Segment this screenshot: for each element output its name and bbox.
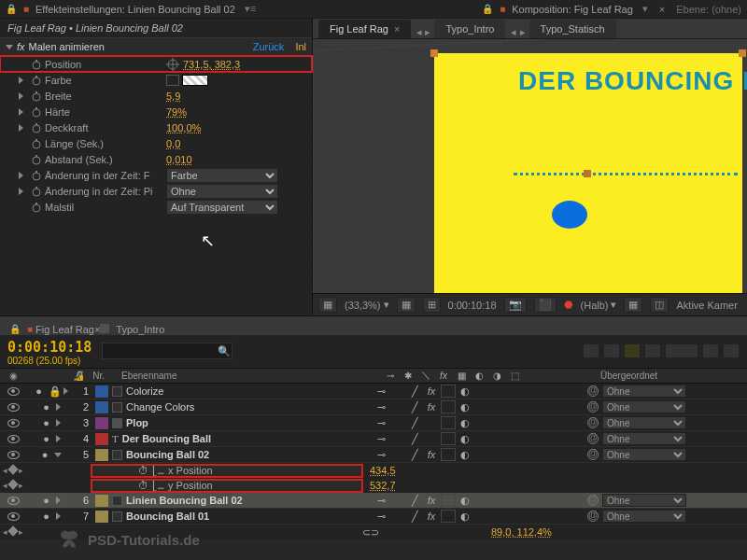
pickwhip-icon[interactable] <box>587 385 599 397</box>
prop-breite[interactable]: Breite 5,9 <box>0 88 312 104</box>
parent-select[interactable]: Ohne <box>602 432 686 445</box>
layer-row[interactable]: ●2Change Colors⊸╱fx◐Ohne <box>0 399 747 415</box>
layer-panel-tab[interactable]: Ebene: (ohne) <box>670 0 747 18</box>
motion-blur-switch[interactable]: ◐ <box>458 494 472 507</box>
solo-toggle[interactable]: ● <box>37 448 52 461</box>
motion-blur-switch[interactable]: ◐ <box>458 385 472 398</box>
switch-col-icon[interactable]: ⊸ <box>383 369 398 382</box>
stopwatch-icon[interactable] <box>31 75 42 86</box>
stopwatch-icon[interactable] <box>31 186 42 197</box>
pickwhip-icon[interactable] <box>587 433 599 444</box>
effect-header[interactable]: fx Malen animieren Zurück Inl <box>0 38 312 56</box>
solo-toggle[interactable]: ● <box>39 510 54 523</box>
color-mgmt-icon[interactable]: ⬣ <box>564 299 573 311</box>
fx-badge-icon[interactable]: fx <box>17 41 25 52</box>
tab-typo-statisch[interactable]: Typo_Statisch <box>529 20 616 38</box>
quality-switch[interactable]: ╱ <box>407 448 422 461</box>
shy-switch[interactable]: ⊸ <box>374 432 388 445</box>
layer-row[interactable]: ●7Bouncing Ball 01⊸╱fx◐Ohne <box>0 509 747 525</box>
grid-icon[interactable]: ▦ <box>318 297 337 313</box>
solo-toggle[interactable]: ● <box>39 494 54 507</box>
label-color[interactable] <box>95 385 108 398</box>
solo-toggle[interactable]: ● <box>39 416 54 429</box>
solo-toggle[interactable]: ● <box>32 385 47 398</box>
composition-viewer[interactable]: DER BOUNCING BALL <box>313 39 747 293</box>
prop-position[interactable]: Position 731,5, 382,3 <box>0 56 312 72</box>
tool-icon[interactable] <box>603 343 620 358</box>
twirl-icon[interactable] <box>56 419 61 427</box>
solo-toggle[interactable]: ● <box>39 400 54 413</box>
motion-blur-switch[interactable]: ◐ <box>458 510 472 523</box>
quality-switch[interactable]: ╱ <box>407 400 422 413</box>
visibility-toggle[interactable] <box>7 512 20 521</box>
prop-abstand[interactable]: Abstand (Sek.) 0,010 <box>0 151 312 167</box>
prop-haerte[interactable]: Härte 79% <box>0 104 312 119</box>
visibility-toggle[interactable] <box>7 497 20 505</box>
layer-row[interactable]: ●5Bouncing Ball 02⊸╱fx◐Ohne <box>0 447 747 463</box>
shy-icon[interactable] <box>624 343 641 358</box>
twirl-icon[interactable] <box>56 497 61 504</box>
twirl-down-icon[interactable] <box>6 45 13 49</box>
quality-switch[interactable]: ╱ <box>407 432 422 445</box>
twirl-icon[interactable] <box>54 453 62 457</box>
expression-curve-icon[interactable]: ⎣⎽ <box>152 480 164 492</box>
motion-blur-icon[interactable] <box>644 343 661 358</box>
anchor-point-icon[interactable] <box>584 170 591 177</box>
quality-switch[interactable]: ╱ <box>407 385 422 398</box>
shy-switch[interactable]: ⊸ <box>374 448 388 461</box>
shy-switch[interactable]: ⊸ <box>374 400 388 413</box>
3d-view-icon[interactable]: ◫ <box>650 297 669 313</box>
pickwhip-icon[interactable] <box>587 511 599 522</box>
parent-select[interactable]: Ohne <box>602 510 686 523</box>
prop-malstil[interactable]: Malstil Auf Transparent <box>0 199 312 215</box>
visibility-toggle[interactable] <box>7 435 20 443</box>
panel-menu-icon[interactable]: ▾≡ <box>245 3 256 15</box>
twirl-icon[interactable] <box>56 403 61 411</box>
shy-switch[interactable]: ⊸ <box>374 416 388 429</box>
label-color[interactable] <box>95 511 108 523</box>
composition-panel-tab[interactable]: 🔒 ■ Komposition: Fig Leaf Rag ▾ × <box>476 0 670 18</box>
layer-row[interactable]: ●6Linien Bouncing Ball 02⊸╱fx◐Ohne <box>0 493 747 509</box>
layer-name[interactable]: Colorize <box>126 385 163 397</box>
label-color[interactable] <box>95 433 108 445</box>
tab-typo-intro[interactable]: Typo_Intro <box>434 20 505 38</box>
twirl-right-icon[interactable] <box>19 172 28 179</box>
quality-switch[interactable]: ╱ <box>407 510 422 523</box>
next-kf-icon[interactable]: ▸ <box>19 466 23 475</box>
stopwatch-icon[interactable] <box>31 202 42 213</box>
layer-name[interactable]: Plop <box>126 417 148 428</box>
aender-p-select[interactable]: Ohne <box>166 184 278 199</box>
layer-name[interactable]: Linien Bouncing Ball 02 <box>126 495 243 506</box>
parent-select[interactable]: Ohne <box>602 385 686 398</box>
eye-column-icon[interactable]: ◉ <box>0 371 26 381</box>
shy-switch[interactable]: ⊸ <box>374 385 388 398</box>
frame-blend-switch[interactable] <box>441 416 456 429</box>
tool-icon[interactable] <box>723 343 740 358</box>
transform-handle[interactable] <box>739 49 746 57</box>
fx-switch[interactable]: fx <box>424 510 439 523</box>
shy-switch[interactable]: ⊸ <box>374 510 388 523</box>
layer-row[interactable]: ●3Plop⊸╱◐Ohne <box>0 415 747 431</box>
tool-icon[interactable] <box>702 343 719 358</box>
time-display[interactable]: 0:00:10:18 <box>448 300 497 311</box>
3d-col-icon[interactable]: ⬚ <box>507 369 522 382</box>
fx-col-icon[interactable]: fx <box>436 369 451 382</box>
twirl-icon[interactable] <box>56 512 61 520</box>
frame-blend-switch[interactable] <box>441 400 456 413</box>
stopwatch-icon[interactable] <box>31 138 42 149</box>
zoom-value[interactable]: (33,3%) <box>345 300 381 311</box>
layer-name[interactable]: Change Colors <box>126 401 194 413</box>
parent-select[interactable]: Ohne <box>602 400 686 413</box>
visibility-toggle[interactable] <box>7 451 20 459</box>
layer-name[interactable]: Bouncing Ball 01 <box>126 511 209 522</box>
tab-fig-leaf-rag[interactable]: Fig Leaf Rag× <box>318 20 411 38</box>
motion-blur-switch[interactable]: ◐ <box>458 416 472 429</box>
stopwatch-icon[interactable] <box>31 122 42 133</box>
layer-name[interactable]: Der Bouncing Ball <box>122 433 211 444</box>
switch-col-icon[interactable]: ✱ <box>401 369 416 382</box>
close-icon[interactable]: × <box>394 23 400 35</box>
pickwhip-icon[interactable] <box>587 449 599 460</box>
stopwatch-icon[interactable] <box>31 106 42 118</box>
property-value[interactable]: 89,0, 112,4% <box>484 526 552 538</box>
view-options-icon[interactable]: ▦ <box>624 297 642 313</box>
